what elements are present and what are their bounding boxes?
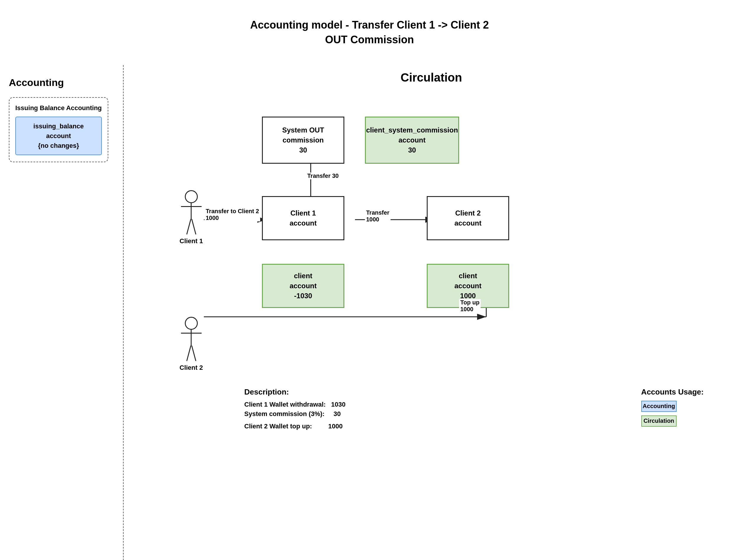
- client1-label: Client 1: [179, 237, 203, 245]
- accounts-usage-section: Accounts Usage: Accounting Circulation: [641, 388, 704, 440]
- title-line2: OUT Commission: [0, 32, 739, 47]
- client1-legs: [190, 219, 192, 235]
- client-system-commission-box: client_system_commissionaccount30: [365, 117, 459, 164]
- usage-accounting: Accounting: [641, 401, 704, 412]
- client-account-neg-box: clientaccount-1030: [262, 264, 344, 308]
- transfer1000-label: Transfer 1000: [365, 209, 391, 223]
- transfer-to-client2-label: Transfer to Client 2 1000: [204, 208, 260, 222]
- client2-label: Client 2: [179, 364, 203, 372]
- client1-account-box: Client 1account: [262, 196, 344, 240]
- transfer30-label: Transfer 30: [306, 172, 340, 179]
- issuing-balance-box: Issuing Balance Accounting issuing_balan…: [9, 97, 108, 162]
- description-title: Description:: [244, 388, 345, 397]
- main-container: Accounting Issuing Balance Accounting is…: [0, 65, 739, 560]
- client2-legs: [190, 346, 192, 362]
- usage-circulation: Circulation: [641, 415, 704, 427]
- right-panel: Circulation: [124, 65, 739, 560]
- circulation-swatch: Circulation: [641, 415, 677, 427]
- client2-figure: Client 2: [179, 317, 203, 372]
- desc-line-space: Client 2 Wallet top up: 1000: [244, 422, 345, 430]
- left-panel: Accounting Issuing Balance Accounting is…: [0, 65, 124, 560]
- client2-head: [185, 317, 198, 330]
- accounting-swatch: Accounting: [641, 401, 677, 412]
- desc-line-1: Client 1 Wallet withdrawal: 1030: [244, 401, 345, 408]
- client2-arms: [181, 333, 201, 333]
- desc-line-2: System commission (3%): 30: [244, 410, 345, 418]
- page-title: Accounting model - Transfer Client 1 -> …: [0, 0, 739, 47]
- diagram: Client 1 Transfer to Client 2 1000 Syste…: [141, 93, 721, 476]
- circulation-title: Circulation: [141, 71, 721, 84]
- client1-body: [191, 203, 191, 219]
- system-out-box: System OUTcommission30: [262, 117, 344, 164]
- issuing-balance-title: Issuing Balance Accounting: [15, 104, 102, 112]
- client1-head: [185, 190, 198, 203]
- title-line1: Accounting model - Transfer Client 1 -> …: [0, 18, 739, 32]
- client2-account-box: Client 2account: [427, 196, 509, 240]
- topup-label: Top up 1000: [459, 299, 481, 313]
- description-section: Description: Client 1 Wallet withdrawal:…: [244, 388, 345, 440]
- client1-figure: Client 1: [179, 190, 203, 245]
- client2-body: [191, 330, 191, 346]
- issuing-balance-account: issuing_balanceaccount{no changes}: [15, 117, 102, 155]
- client1-arms: [181, 206, 201, 207]
- accounts-usage-title: Accounts Usage:: [641, 388, 704, 397]
- accounting-section-title: Accounting: [9, 77, 114, 88]
